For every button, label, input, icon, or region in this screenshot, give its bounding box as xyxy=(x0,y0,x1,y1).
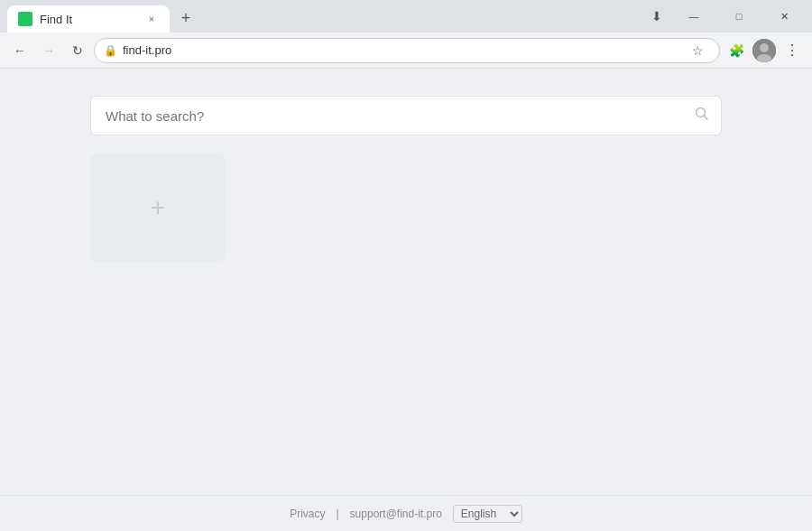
address-bar[interactable]: 🔒 find-it.pro ☆ xyxy=(94,38,720,63)
download-button[interactable]: ⬇ xyxy=(644,4,669,29)
address-text: find-it.pro xyxy=(123,43,679,57)
minimize-button[interactable]: — xyxy=(673,2,715,31)
back-button[interactable]: ← xyxy=(7,38,32,63)
tab-title: Find It xyxy=(40,13,137,26)
close-button[interactable]: ✕ xyxy=(763,2,805,31)
active-tab[interactable]: Find It × xyxy=(7,5,170,33)
new-tab-button[interactable]: + xyxy=(173,5,198,31)
tab-close-button[interactable]: × xyxy=(144,12,159,26)
tab-strip: Find It × + xyxy=(7,0,644,33)
page-footer: Privacy | support@find-it.pro English Es… xyxy=(0,495,812,531)
lock-icon: 🔒 xyxy=(104,44,117,57)
profile-avatar[interactable] xyxy=(752,39,776,62)
reload-button[interactable]: ↻ xyxy=(65,38,90,63)
chrome-menu-button[interactable]: ⋮ xyxy=(780,38,805,63)
language-selector[interactable]: English Español Français Deutsch xyxy=(453,505,522,523)
tab-favicon xyxy=(18,12,32,26)
search-input[interactable] xyxy=(90,96,722,135)
search-container xyxy=(90,96,722,135)
add-card-button[interactable]: + xyxy=(90,154,226,262)
avatar-image xyxy=(752,39,776,62)
window-controls: — □ ✕ xyxy=(673,2,805,31)
support-email-link[interactable]: support@find-it.pro xyxy=(350,508,442,520)
bookmark-button[interactable]: ☆ xyxy=(685,38,710,63)
browser-window: Find It × + ⬇ — □ ✕ ← → ↻ 🔒 find-it.pro … xyxy=(0,0,812,531)
download-area: ⬇ xyxy=(644,4,669,29)
title-bar: Find It × + ⬇ — □ ✕ xyxy=(0,0,812,33)
svg-line-4 xyxy=(705,116,708,120)
footer-separator: | xyxy=(336,508,338,520)
navigation-bar: ← → ↻ 🔒 find-it.pro ☆ 🧩 ⋮ xyxy=(0,33,812,69)
search-icon xyxy=(695,107,709,125)
page-main: + xyxy=(0,69,812,495)
forward-button[interactable]: → xyxy=(36,38,61,63)
extensions-button[interactable]: 🧩 xyxy=(724,38,749,63)
page-content: + Privacy | support@find-it.pro English … xyxy=(0,69,812,531)
add-plus-icon: + xyxy=(151,193,165,222)
privacy-link[interactable]: Privacy xyxy=(290,508,325,520)
maximize-button[interactable]: □ xyxy=(718,2,760,31)
svg-point-1 xyxy=(760,43,769,52)
